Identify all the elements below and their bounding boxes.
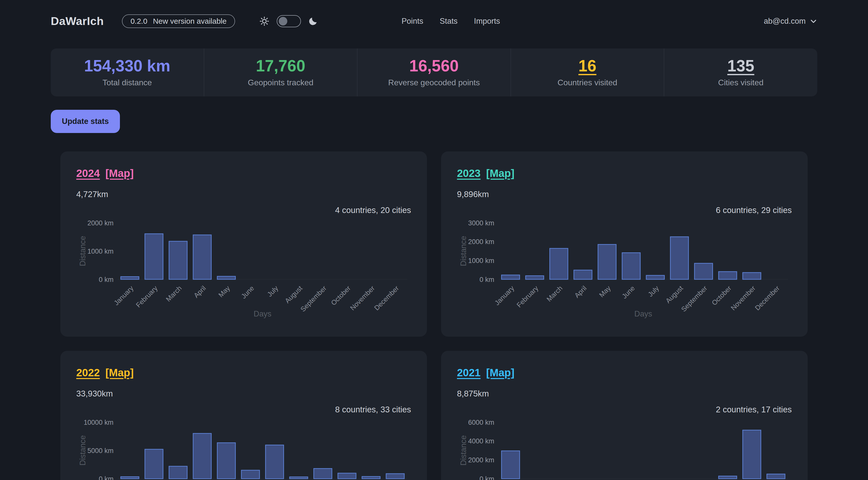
year-cards-grid: 2024 [Map] 4,727km 4 countries, 20 citie… bbox=[51, 152, 817, 480]
svg-text:November: November bbox=[730, 284, 757, 312]
svg-text:August: August bbox=[664, 284, 685, 305]
account-menu[interactable]: ab@cd.com bbox=[764, 17, 817, 26]
svg-text:February: February bbox=[134, 284, 159, 309]
toggle-knob bbox=[279, 17, 287, 26]
year-countries-cities: 2 countries, 17 cities bbox=[457, 405, 792, 414]
stat-label: Cities visited bbox=[718, 78, 764, 87]
year-card-2024: 2024 [Map] 4,727km 4 countries, 20 citie… bbox=[60, 152, 427, 337]
sun-icon bbox=[259, 16, 270, 27]
year-total-distance: 8,875km bbox=[457, 389, 792, 398]
year-card-2022: 2022 [Map] 33,930km 8 countries, 33 citi… bbox=[60, 351, 427, 480]
svg-text:February: February bbox=[515, 284, 540, 309]
stat-total-distance: 154,330 km Total distance bbox=[51, 49, 204, 96]
svg-text:0 km: 0 km bbox=[479, 276, 494, 283]
year-total-distance: 9,896km bbox=[457, 190, 792, 199]
svg-text:0 km: 0 km bbox=[99, 475, 113, 480]
svg-text:October: October bbox=[710, 284, 733, 307]
svg-text:November: November bbox=[349, 284, 376, 312]
svg-text:July: July bbox=[266, 284, 280, 298]
year-link[interactable]: 2024 bbox=[76, 167, 100, 180]
year-countries-cities: 8 countries, 33 cities bbox=[76, 405, 411, 414]
main-nav: Points Stats Imports bbox=[401, 17, 500, 26]
svg-text:September: September bbox=[680, 284, 709, 313]
year-card-2021: 2021 [Map] 8,875km 2 countries, 17 citie… bbox=[441, 351, 808, 480]
year-distance-chart: 0 km2000 km4000 km6000 kmJanuaryFebruary… bbox=[457, 419, 794, 480]
cities-visited-link[interactable]: 135 bbox=[727, 58, 754, 74]
svg-text:0 km: 0 km bbox=[99, 276, 113, 283]
svg-text:1000 km: 1000 km bbox=[468, 257, 494, 264]
svg-text:Days: Days bbox=[254, 310, 271, 318]
svg-text:1000 km: 1000 km bbox=[87, 248, 113, 255]
year-countries-cities: 6 countries, 29 cities bbox=[457, 205, 792, 215]
theme-toggle-cluster bbox=[259, 15, 318, 27]
app-header: DaWarIch 0.2.0 New version available Poi… bbox=[51, 0, 817, 33]
svg-text:January: January bbox=[113, 284, 135, 307]
nav-item-imports[interactable]: Imports bbox=[474, 17, 500, 26]
map-link[interactable]: [Map] bbox=[486, 367, 514, 379]
version-message: New version available bbox=[153, 17, 227, 26]
year-total-distance: 4,727km bbox=[76, 190, 411, 199]
update-stats-button[interactable]: Update stats bbox=[51, 110, 120, 133]
stat-value: 16,560 bbox=[409, 58, 459, 74]
stat-label: Total distance bbox=[102, 78, 152, 87]
map-link[interactable]: [Map] bbox=[105, 167, 133, 180]
svg-text:3000 km: 3000 km bbox=[468, 220, 494, 227]
svg-text:Distance: Distance bbox=[459, 236, 468, 266]
summary-stats-bar: 154,330 km Total distance 17,760 Geopoin… bbox=[51, 49, 817, 96]
stat-value: 154,330 km bbox=[84, 58, 170, 74]
year-link[interactable]: 2021 bbox=[457, 367, 480, 379]
nav-item-stats[interactable]: Stats bbox=[440, 17, 458, 26]
year-distance-chart: 0 km5000 km10000 kmJanuaryFebruaryMarchA… bbox=[76, 419, 413, 480]
svg-text:Days: Days bbox=[634, 310, 652, 318]
svg-text:Distance: Distance bbox=[459, 435, 468, 466]
map-link[interactable]: [Map] bbox=[486, 167, 514, 180]
svg-text:January: January bbox=[493, 284, 516, 307]
svg-text:March: March bbox=[164, 284, 183, 303]
svg-text:December: December bbox=[754, 284, 781, 312]
svg-text:4000 km: 4000 km bbox=[468, 437, 494, 445]
version-badge[interactable]: 0.2.0 New version available bbox=[122, 14, 235, 28]
svg-text:0 km: 0 km bbox=[479, 475, 494, 480]
svg-text:December: December bbox=[373, 284, 400, 312]
year-link[interactable]: 2023 bbox=[457, 167, 480, 180]
svg-text:October: October bbox=[330, 284, 352, 307]
theme-toggle-switch[interactable] bbox=[277, 15, 301, 27]
stat-geopoints-tracked: 17,760 Geopoints tracked bbox=[204, 49, 357, 96]
card-title-row: 2023 [Map] bbox=[457, 167, 792, 180]
svg-text:5000 km: 5000 km bbox=[87, 447, 113, 454]
svg-text:June: June bbox=[240, 284, 255, 300]
version-number: 0.2.0 bbox=[130, 17, 148, 26]
svg-text:10000 km: 10000 km bbox=[84, 419, 113, 426]
card-title-row: 2021 [Map] bbox=[457, 367, 792, 379]
svg-text:August: August bbox=[283, 284, 304, 305]
svg-text:April: April bbox=[573, 284, 588, 299]
svg-text:July: July bbox=[647, 284, 660, 298]
nav-item-points[interactable]: Points bbox=[401, 17, 423, 26]
map-link[interactable]: [Map] bbox=[105, 367, 133, 379]
svg-text:April: April bbox=[192, 284, 207, 299]
svg-text:September: September bbox=[299, 284, 328, 313]
countries-visited-link[interactable]: 16 bbox=[579, 58, 596, 74]
svg-text:May: May bbox=[217, 284, 231, 299]
stat-label: Countries visited bbox=[557, 78, 617, 87]
year-card-2023: 2023 [Map] 9,896km 6 countries, 29 citie… bbox=[441, 152, 808, 337]
chevron-down-icon bbox=[810, 18, 817, 25]
stat-label: Geopoints tracked bbox=[248, 78, 314, 87]
svg-text:2000 km: 2000 km bbox=[468, 456, 494, 464]
year-link[interactable]: 2022 bbox=[76, 367, 100, 379]
year-distance-chart: 0 km1000 km2000 kmJanuaryFebruaryMarchAp… bbox=[76, 220, 413, 320]
stat-countries-visited: 16 Countries visited bbox=[510, 49, 664, 96]
svg-text:March: March bbox=[545, 284, 564, 303]
svg-text:2000 km: 2000 km bbox=[87, 220, 113, 227]
year-distance-chart: 0 km1000 km2000 km3000 kmJanuaryFebruary… bbox=[457, 220, 794, 320]
svg-text:Distance: Distance bbox=[78, 435, 87, 466]
account-email: ab@cd.com bbox=[764, 17, 806, 26]
svg-text:Distance: Distance bbox=[78, 236, 87, 266]
card-title-row: 2022 [Map] bbox=[76, 367, 411, 379]
app-logo: DaWarIch bbox=[51, 14, 104, 28]
svg-text:May: May bbox=[598, 284, 612, 299]
year-countries-cities: 4 countries, 20 cities bbox=[76, 205, 411, 215]
moon-icon bbox=[308, 16, 318, 26]
svg-text:6000 km: 6000 km bbox=[468, 419, 494, 426]
svg-text:2000 km: 2000 km bbox=[468, 238, 494, 246]
